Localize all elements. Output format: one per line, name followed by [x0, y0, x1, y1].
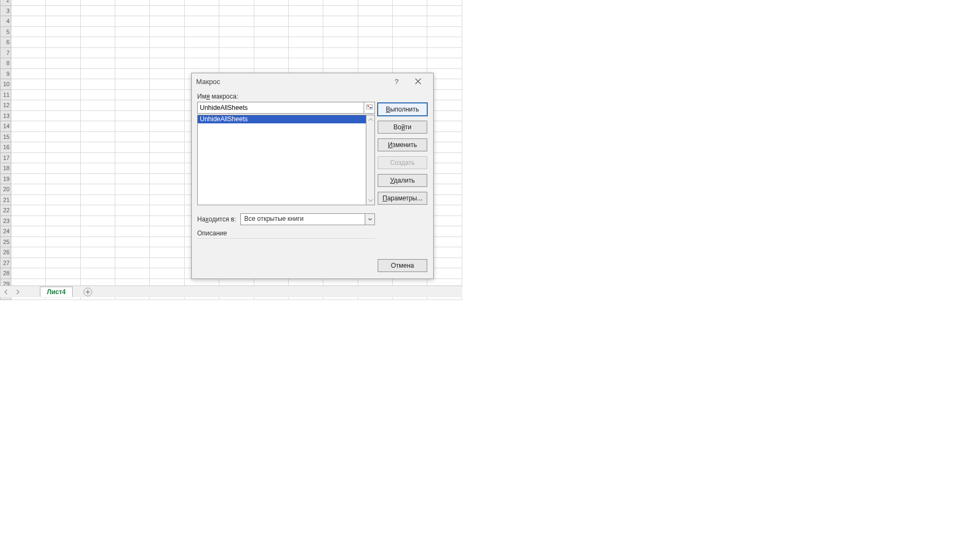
cell[interactable]: [254, 37, 288, 48]
sheet-tab-active[interactable]: Лист4: [40, 287, 73, 297]
cell[interactable]: [427, 37, 462, 48]
cell[interactable]: [393, 0, 427, 5]
cell[interactable]: [427, 0, 462, 5]
options-button[interactable]: Параметры...: [378, 192, 427, 205]
tab-nav-next-icon[interactable]: [13, 288, 22, 296]
cell[interactable]: [46, 268, 80, 279]
cell[interactable]: [219, 5, 254, 16]
row-header[interactable]: 17: [1, 152, 11, 163]
cell[interactable]: [46, 163, 80, 174]
row-header[interactable]: 14: [1, 121, 11, 132]
cell[interactable]: [150, 184, 184, 195]
cell[interactable]: [358, 26, 392, 37]
cell[interactable]: [115, 110, 150, 121]
cell[interactable]: [150, 163, 184, 174]
cell[interactable]: [358, 37, 392, 48]
row-header[interactable]: 22: [1, 205, 11, 216]
cell[interactable]: [358, 0, 392, 5]
cell[interactable]: [11, 205, 45, 216]
cell[interactable]: [11, 226, 45, 237]
cell[interactable]: [323, 16, 358, 27]
row-header[interactable]: 23: [1, 215, 11, 226]
cell[interactable]: [46, 184, 80, 195]
cell[interactable]: [184, 0, 219, 5]
cell[interactable]: [150, 121, 184, 132]
cell[interactable]: [46, 110, 80, 121]
cell[interactable]: [80, 58, 115, 69]
cell[interactable]: [46, 121, 80, 132]
cell[interactable]: [115, 5, 150, 16]
cell[interactable]: [219, 37, 254, 48]
cell[interactable]: [80, 47, 115, 58]
cell[interactable]: [46, 173, 80, 184]
cell[interactable]: [115, 89, 150, 100]
cell[interactable]: [80, 173, 115, 184]
cell[interactable]: [80, 268, 115, 279]
cell[interactable]: [115, 37, 150, 48]
cancel-button[interactable]: Отмена: [378, 259, 427, 272]
cell[interactable]: [80, 247, 115, 258]
cell[interactable]: [393, 16, 427, 27]
cell[interactable]: [427, 5, 462, 16]
row-header[interactable]: 20: [1, 184, 11, 195]
cell[interactable]: [80, 205, 115, 216]
cell[interactable]: [219, 16, 254, 27]
cell[interactable]: [11, 268, 45, 279]
cell[interactable]: [11, 142, 45, 153]
cell[interactable]: [288, 47, 323, 58]
row-header[interactable]: 28: [1, 268, 11, 279]
cell[interactable]: [150, 47, 184, 58]
cell[interactable]: [393, 58, 427, 69]
cell[interactable]: [11, 110, 45, 121]
cell[interactable]: [323, 37, 358, 48]
cell[interactable]: [323, 0, 358, 5]
cell[interactable]: [46, 194, 80, 205]
cell[interactable]: [150, 215, 184, 226]
cell[interactable]: [115, 184, 150, 195]
scroll-up-icon[interactable]: [366, 115, 375, 124]
cell[interactable]: [80, 131, 115, 142]
run-button[interactable]: Выполнить: [378, 103, 427, 116]
cell[interactable]: [115, 205, 150, 216]
cell[interactable]: [11, 68, 45, 79]
cell[interactable]: [288, 0, 323, 5]
cell[interactable]: [46, 89, 80, 100]
cell[interactable]: [80, 5, 115, 16]
cell[interactable]: [288, 37, 323, 48]
cell[interactable]: [11, 184, 45, 195]
cell[interactable]: [219, 0, 254, 5]
cell[interactable]: [150, 257, 184, 268]
cell[interactable]: [11, 215, 45, 226]
row-header[interactable]: 24: [1, 226, 11, 237]
edit-button[interactable]: Изменить: [378, 138, 427, 151]
cell[interactable]: [150, 152, 184, 163]
cell[interactable]: [11, 58, 45, 69]
cell[interactable]: [150, 89, 184, 100]
cell[interactable]: [254, 58, 288, 69]
cell[interactable]: [115, 215, 150, 226]
cell[interactable]: [11, 121, 45, 132]
cell[interactable]: [427, 26, 462, 37]
cell[interactable]: [115, 100, 150, 111]
new-sheet-button[interactable]: [84, 288, 92, 296]
cell[interactable]: [46, 5, 80, 16]
cell[interactable]: [254, 5, 288, 16]
cell[interactable]: [11, 26, 45, 37]
cell[interactable]: [150, 37, 184, 48]
cell[interactable]: [358, 5, 392, 16]
cell[interactable]: [254, 26, 288, 37]
cell[interactable]: [150, 26, 184, 37]
cell[interactable]: [115, 16, 150, 27]
cell[interactable]: [80, 37, 115, 48]
cell[interactable]: [150, 194, 184, 205]
cell[interactable]: [288, 26, 323, 37]
cell[interactable]: [427, 47, 462, 58]
cell[interactable]: [80, 16, 115, 27]
cell[interactable]: [115, 163, 150, 174]
cell[interactable]: [115, 257, 150, 268]
step-into-button[interactable]: Войти: [378, 121, 427, 134]
cell[interactable]: [184, 37, 219, 48]
cell[interactable]: [150, 268, 184, 279]
cell[interactable]: [323, 47, 358, 58]
cell[interactable]: [11, 89, 45, 100]
